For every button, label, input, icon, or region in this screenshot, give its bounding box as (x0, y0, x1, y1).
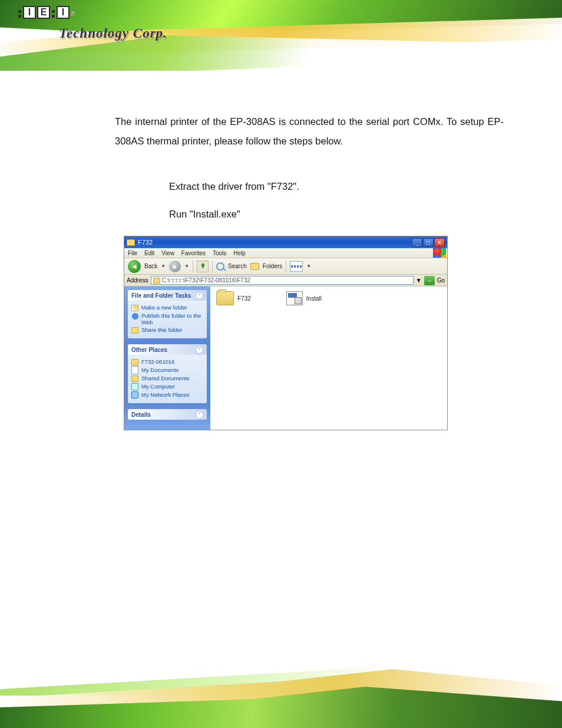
minimize-button[interactable]: _ (412, 238, 422, 247)
menu-edit[interactable]: Edit (144, 250, 154, 256)
folders-icon[interactable] (250, 263, 259, 270)
back-dropdown-icon[interactable]: ▼ (161, 263, 166, 269)
folder-icon (131, 375, 138, 382)
window-titlebar: F732 _ □ × (124, 236, 447, 248)
up-button[interactable] (197, 261, 209, 272)
panel-title: Details (131, 411, 151, 418)
panel-header[interactable]: Details ˇ (128, 409, 207, 420)
address-bar: Address C:\□□□□\F732\F732-081016\F732 ▼ … (124, 275, 447, 286)
menu-favorites[interactable]: Favorites (181, 250, 206, 256)
menu-view[interactable]: View (161, 250, 174, 256)
back-button[interactable]: ◄ (128, 260, 141, 273)
brand-tagline: Technology Corp. (59, 26, 167, 41)
steps-block: Extract the driver from "F732". Run "Ins… (169, 177, 504, 224)
address-field[interactable]: C:\□□□□\F732\F732-081016\F732 (151, 276, 414, 285)
place-item[interactable]: F732-081016 (131, 358, 203, 365)
installer-icon (286, 291, 303, 305)
explorer-window: F732 _ □ × File Edit View Favorites Tool… (124, 236, 448, 430)
panel-title: Other Places (131, 347, 167, 353)
address-dropdown-icon[interactable]: ▼ (416, 277, 422, 284)
documents-icon (131, 367, 138, 374)
places-panel: Other Places ˆ F732-081016 My Documents … (128, 344, 207, 403)
task-publish[interactable]: Publish this folder to the Web (131, 312, 203, 325)
search-icon[interactable] (216, 262, 224, 271)
folders-label[interactable]: Folders (263, 263, 282, 269)
new-folder-icon (131, 304, 138, 311)
place-item[interactable]: My Documents (131, 367, 203, 374)
tasks-panel: File and Folder Tasks ˆ Make a new folde… (128, 290, 207, 338)
step-text: Run "Install.exe" (169, 205, 504, 224)
place-item[interactable]: My Computer (131, 383, 203, 390)
task-share[interactable]: Share this folder (131, 327, 203, 334)
page-header-decoration: I E I ® Technology Corp. (0, 0, 562, 83)
step-text: Extract the driver from "F732". (169, 177, 504, 196)
menu-file[interactable]: File (128, 250, 137, 256)
place-item[interactable]: My Network Places (131, 391, 203, 398)
document-body: The internal printer of the EP-308AS is … (115, 112, 504, 235)
file-list: F732 Install (210, 286, 447, 430)
panel-title: File and Folder Tasks (131, 292, 191, 299)
menu-tools[interactable]: Tools (213, 250, 226, 256)
folder-icon (216, 291, 234, 305)
windows-flag-icon (433, 248, 446, 258)
address-path: C:\□□□□\F732\F732-081016\F732 (162, 277, 250, 284)
view-dropdown-icon[interactable]: ▼ (306, 263, 311, 269)
folder-icon (131, 358, 138, 365)
toolbar: ◄ Back ▼ ► ▼ Search Folders ▼ (124, 258, 447, 275)
chevron-up-icon[interactable]: ˆ (196, 292, 203, 299)
task-new-folder[interactable]: Make a new folder (131, 304, 203, 311)
share-icon (131, 327, 138, 334)
close-button[interactable]: × (434, 238, 445, 247)
place-item[interactable]: Shared Documents (131, 375, 203, 382)
explorer-body: File and Folder Tasks ˆ Make a new folde… (124, 286, 447, 430)
folder-icon (127, 239, 135, 246)
details-panel: Details ˇ (128, 409, 207, 420)
go-button[interactable]: → (424, 276, 435, 285)
chevron-up-icon[interactable]: ˆ (196, 346, 203, 354)
forward-dropdown-icon[interactable]: ▼ (184, 263, 189, 269)
intro-paragraph: The internal printer of the EP-308AS is … (115, 112, 504, 151)
chevron-down-icon[interactable]: ˇ (196, 411, 203, 419)
panel-header[interactable]: File and Folder Tasks ˆ (128, 290, 207, 301)
file-label: Install (306, 295, 322, 302)
back-label[interactable]: Back (144, 263, 157, 269)
globe-icon (131, 312, 138, 319)
forward-button[interactable]: ► (169, 261, 181, 272)
view-button[interactable] (290, 261, 303, 272)
file-label: F732 (237, 295, 251, 302)
go-label[interactable]: Go (437, 277, 445, 284)
menu-help[interactable]: Help (233, 250, 246, 256)
side-pane: File and Folder Tasks ˆ Make a new folde… (124, 286, 210, 430)
window-title: F732 (138, 239, 153, 246)
page-footer-decoration (0, 640, 562, 728)
network-icon (131, 391, 138, 398)
panel-header[interactable]: Other Places ˆ (128, 344, 207, 355)
install-item[interactable]: Install (286, 291, 322, 305)
folder-icon (153, 278, 160, 284)
menu-bar: File Edit View Favorites Tools Help (124, 248, 447, 258)
maximize-button[interactable]: □ (423, 238, 434, 247)
folder-item[interactable]: F732 (216, 291, 251, 305)
brand-logo: I E I ® (18, 6, 77, 19)
address-label: Address (127, 277, 148, 284)
computer-icon (131, 383, 138, 390)
search-label[interactable]: Search (228, 263, 247, 269)
